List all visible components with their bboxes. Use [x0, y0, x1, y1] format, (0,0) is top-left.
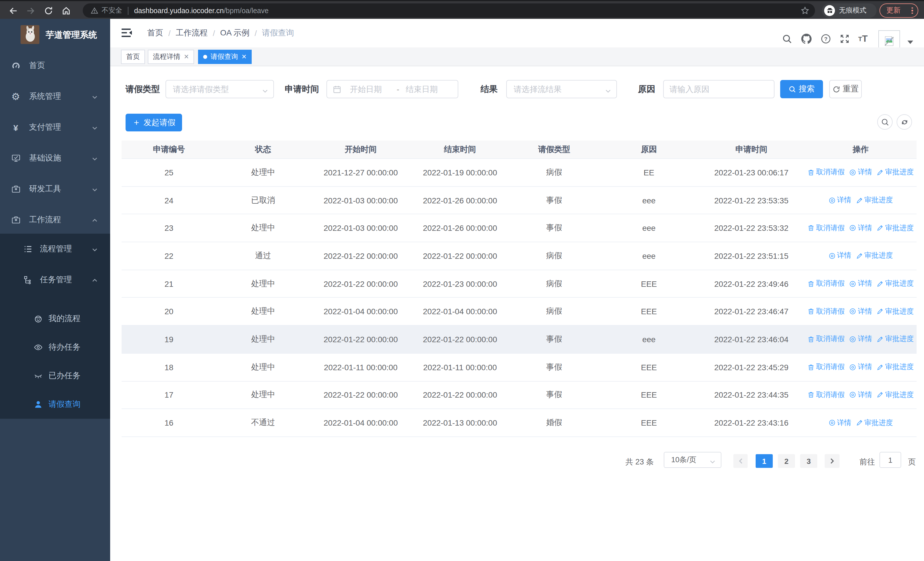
table-cell: 21	[122, 279, 216, 288]
sidebar-item-infra[interactable]: 基础设施	[0, 143, 110, 174]
detail-link[interactable]: 详情	[828, 251, 851, 261]
back-icon[interactable]	[7, 5, 19, 17]
tag-process-detail[interactable]: 流程详情 ✕	[148, 50, 194, 64]
detail-link[interactable]: 详情	[849, 362, 872, 372]
sidebar-item-label: 系统管理	[29, 92, 61, 102]
cancel-leave-link[interactable]: 取消请假	[808, 223, 844, 233]
toolbox-icon	[11, 184, 21, 194]
chevron-down-icon	[92, 93, 98, 100]
detail-link[interactable]: 详情	[849, 307, 872, 316]
goto-page-field[interactable]	[879, 452, 901, 468]
breadcrumb-workflow[interactable]: 工作流程	[176, 28, 208, 38]
detail-link[interactable]: 详情	[828, 418, 851, 428]
pagination-total: 共 23 条	[626, 455, 654, 469]
leave-type-select[interactable]: 请选择请假类型	[165, 80, 274, 98]
help-icon[interactable]: ?	[819, 33, 832, 45]
result-select[interactable]: 请选择流结果	[506, 80, 617, 98]
cancel-leave-link[interactable]: 取消请假	[808, 279, 844, 289]
approval-progress-link[interactable]: 审批进度	[856, 418, 893, 428]
search-icon[interactable]	[781, 33, 793, 45]
detail-link[interactable]: 详情	[849, 223, 872, 233]
table-cell: 2021-12-27 00:00:00	[310, 168, 411, 177]
sidebar-item-label: 待办任务	[48, 342, 81, 352]
reason-input[interactable]	[664, 81, 774, 98]
cancel-leave-link[interactable]: 取消请假	[808, 307, 844, 316]
table-cell: 2022-01-26 00:00:00	[411, 223, 508, 233]
tag-leave-query[interactable]: 请假查询 ✕	[198, 50, 252, 64]
prev-page-button[interactable]	[734, 454, 748, 468]
sidebar-item-workflow[interactable]: 工作流程	[0, 205, 110, 235]
cancel-leave-link[interactable]: 取消请假	[808, 362, 844, 372]
detail-link[interactable]: 详情	[849, 334, 872, 344]
breadcrumb-oa[interactable]: OA 示例	[220, 28, 250, 38]
browser-update-menu[interactable]: 更新	[879, 3, 918, 18]
page-button-3[interactable]: 3	[800, 454, 817, 468]
bookmark-star-icon[interactable]	[801, 6, 809, 15]
approval-progress-link[interactable]: 审批进度	[856, 251, 893, 261]
reset-button[interactable]: 重置	[829, 80, 862, 98]
url-bar[interactable]: 不安全 dashboard.yudao.iocoder.cn/bpm/oa/le…	[83, 3, 815, 18]
page-button-2[interactable]: 2	[778, 454, 795, 468]
table-cell-actions: 详情审批进度	[805, 196, 916, 205]
table-cell: 病假	[508, 278, 600, 289]
sidebar-item-payment[interactable]: ¥ 支付管理	[0, 112, 110, 143]
page-unit-label: 页	[908, 455, 916, 469]
close-icon[interactable]: ✕	[242, 53, 246, 60]
cancel-leave-link[interactable]: 取消请假	[808, 334, 844, 344]
sidebar-item-done-tasks[interactable]: 已办任务	[0, 362, 110, 390]
sidebar-item-task-mgmt[interactable]: 任务管理	[0, 265, 110, 295]
home-icon[interactable]	[60, 5, 72, 17]
refresh-table-button[interactable]	[897, 114, 912, 130]
approval-progress-link[interactable]: 审批进度	[877, 307, 914, 316]
breadcrumb-home[interactable]: 首页	[147, 28, 163, 38]
approval-progress-link[interactable]: 审批进度	[877, 334, 914, 344]
sidebar-item-todo-tasks[interactable]: 待办任务	[0, 333, 110, 362]
forward-icon[interactable]	[24, 5, 36, 17]
tag-home[interactable]: 首页	[121, 50, 145, 64]
search-button[interactable]: 搜索	[780, 80, 823, 98]
sidebar-item-system[interactable]: ⚙ 系统管理	[0, 81, 110, 112]
table-cell: 事假	[508, 195, 600, 205]
close-icon[interactable]: ✕	[184, 53, 189, 60]
page-button-1[interactable]: 1	[756, 454, 773, 468]
toggle-search-button[interactable]	[877, 114, 892, 130]
approval-progress-link[interactable]: 审批进度	[877, 279, 914, 289]
reload-icon[interactable]	[42, 5, 54, 17]
cancel-leave-link[interactable]: 取消请假	[808, 168, 844, 177]
table-cell: 2022-01-22 00:00:00	[310, 391, 411, 400]
screen: 不安全 dashboard.yudao.iocoder.cn/bpm/oa/le…	[0, 0, 924, 561]
next-page-button[interactable]	[825, 454, 840, 468]
table-cell: 2022-01-22 23:51:15	[698, 251, 805, 260]
page-size-select[interactable]: 10条/页	[664, 452, 722, 468]
approval-progress-link[interactable]: 审批进度	[877, 390, 914, 400]
sidebar-item-process-mgmt[interactable]: 流程管理	[0, 234, 110, 265]
fullscreen-icon[interactable]	[838, 33, 851, 45]
sidebar-item-leave-query[interactable]: 请假查询	[0, 390, 110, 419]
detail-link[interactable]: 详情	[849, 279, 872, 289]
approval-progress-link[interactable]: 审批进度	[856, 196, 893, 205]
detail-link[interactable]: 详情	[849, 390, 872, 400]
hamburger-icon[interactable]	[122, 28, 132, 38]
github-icon[interactable]	[800, 33, 813, 45]
main-area: 首页 / 工作流程 / OA 示例 / 请假查询 ?	[110, 19, 924, 561]
font-size-icon[interactable]: TT	[856, 33, 869, 45]
sidebar-item-devtools[interactable]: 研发工具	[0, 174, 110, 205]
approval-progress-link[interactable]: 审批进度	[877, 362, 914, 372]
column-header: 原因	[600, 144, 698, 155]
table-row: 17处理中2022-01-22 00:00:002022-01-22 00:00…	[122, 381, 916, 409]
sidebar-item-home[interactable]: 首页	[0, 50, 110, 81]
incognito-badge: 无痕模式	[822, 3, 877, 18]
cancel-leave-link[interactable]: 取消请假	[808, 390, 844, 400]
reason-field[interactable]	[663, 80, 774, 98]
approval-progress-link[interactable]: 审批进度	[877, 168, 914, 177]
goto-page-input[interactable]	[880, 453, 901, 467]
detail-link[interactable]: 详情	[828, 196, 851, 205]
sidebar-item-my-process[interactable]: 我的流程	[0, 304, 110, 333]
table-cell: 2022-01-22 23:49:46	[698, 279, 805, 288]
table-row: 19处理中2022-01-22 00:00:002022-01-22 00:00…	[122, 326, 916, 353]
avatar-caret-icon[interactable]	[908, 41, 913, 44]
approval-progress-link[interactable]: 审批进度	[877, 223, 914, 233]
date-range-input[interactable]: 开始日期 - 结束日期	[327, 80, 458, 98]
create-leave-button[interactable]: ＋ 发起请假	[126, 114, 182, 131]
detail-link[interactable]: 详情	[849, 168, 872, 177]
